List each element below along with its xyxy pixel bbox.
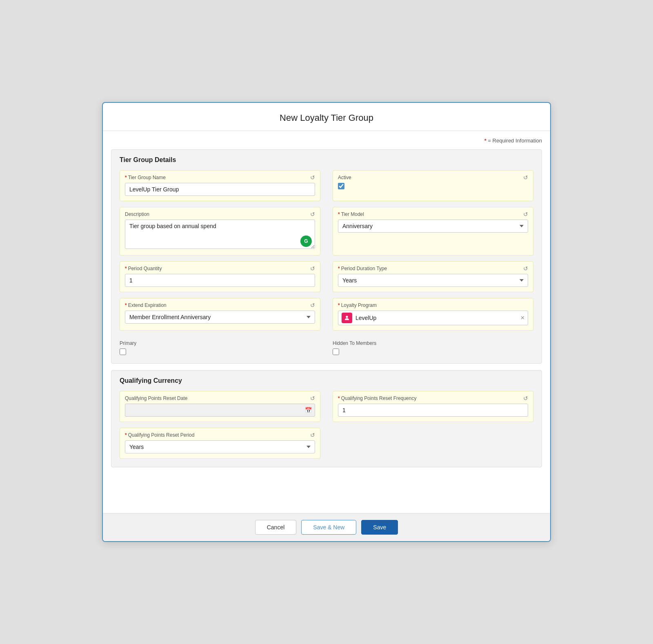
tier-model-label: * Tier Model ↺ [338,211,528,217]
primary-label: Primary [120,340,320,346]
required-label: = Required Information [488,138,542,144]
qualifying-points-reset-frequency-field: * Qualifying Points Reset Frequency ↺ [333,391,533,422]
tier-group-name-label: * Tier Group Name ↺ [125,175,315,180]
active-label: Active ↺ [338,175,528,180]
description-reset-icon[interactable]: ↺ [310,211,315,217]
modal-title: New Loyalty Tier Group [111,113,542,123]
tier-group-name-input[interactable] [125,183,315,196]
tier-model-reset-icon[interactable]: ↺ [523,211,528,217]
empty-space [333,428,533,459]
description-textarea-wrapper: Tier group based on annual spend G [125,220,315,250]
modal-container: New Loyalty Tier Group * = Required Info… [102,102,551,542]
description-label: Description ↺ [125,211,315,217]
qualifying-points-reset-period-reset-icon[interactable]: ↺ [310,432,315,438]
date-input-wrapper: 📅 [125,404,315,417]
period-quantity-label: * Period Quantity ↺ [125,266,315,271]
person-icon [344,315,350,321]
loyalty-program-clear-icon[interactable]: × [521,315,524,321]
modal-header: New Loyalty Tier Group [103,103,550,131]
loyalty-program-name: LevelUp [355,315,518,321]
qualifying-points-reset-date-label: Qualifying Points Reset Date ↺ [125,395,315,401]
description-field: Description ↺ Tier group based on annual… [120,207,320,255]
tier-model-select[interactable]: Anniversary Calendar Year Rolling [338,220,528,233]
loyalty-program-icon [342,313,352,323]
required-asterisk: * [484,138,486,144]
tier-group-details-grid: * Tier Group Name ↺ Active ↺ [120,170,533,355]
cancel-button[interactable]: Cancel [255,520,297,535]
qualifying-points-reset-period-label: * Qualifying Points Reset Period ↺ [125,432,315,438]
extend-expiration-field: * Extend Expiration ↺ Member Enrollment … [120,298,320,331]
loyalty-program-display[interactable]: LevelUp × [338,311,528,325]
extra-space [111,474,542,506]
svg-point-0 [346,316,348,318]
tier-model-field: * Tier Model ↺ Anniversary Calendar Year… [333,207,533,255]
loyalty-program-field: * Loyalty Program LevelUp × [333,298,533,331]
qualifying-currency-title: Qualifying Currency [120,377,533,384]
tier-group-details-title: Tier Group Details [120,156,533,164]
qualifying-currency-grid: Qualifying Points Reset Date ↺ 📅 * Quali… [120,391,533,459]
modal-footer: Cancel Save & New Save [103,513,550,541]
period-quantity-input[interactable] [125,274,315,287]
qualifying-points-reset-frequency-label: * Qualifying Points Reset Frequency ↺ [338,395,528,401]
description-textarea[interactable]: Tier group based on annual spend [125,220,315,249]
period-duration-type-select[interactable]: Years Months Days [338,274,528,287]
qualifying-points-reset-date-input[interactable] [125,404,315,417]
extend-expiration-label: * Extend Expiration ↺ [125,302,315,308]
active-checkbox[interactable] [338,183,344,189]
period-duration-type-reset-icon[interactable]: ↺ [523,266,528,271]
period-quantity-reset-icon[interactable]: ↺ [310,266,315,271]
qualifying-points-reset-date-reset-icon[interactable]: ↺ [310,395,315,401]
calendar-icon: 📅 [305,407,312,413]
hidden-to-members-checkbox-wrapper [333,349,533,355]
grammarly-icon: G [300,235,312,247]
loyalty-program-label: * Loyalty Program [338,302,528,308]
required-info-text: * = Required Information [111,138,542,144]
period-quantity-field: * Period Quantity ↺ [120,261,320,292]
active-field: Active ↺ [333,170,533,201]
active-reset-icon[interactable]: ↺ [523,175,528,180]
tier-group-name-field: * Tier Group Name ↺ [120,170,320,201]
extend-expiration-select[interactable]: Member Enrollment Anniversary Calendar Y… [125,311,315,324]
qualifying-points-reset-date-field: Qualifying Points Reset Date ↺ 📅 [120,391,320,422]
primary-checkbox[interactable] [120,349,126,355]
active-checkbox-wrapper [338,183,528,189]
hidden-to-members-checkbox[interactable] [333,349,339,355]
save-button[interactable]: Save [361,520,398,535]
tier-group-name-reset-icon[interactable]: ↺ [310,175,315,180]
period-duration-type-field: * Period Duration Type ↺ Years Months Da… [333,261,533,292]
modal-body: * = Required Information Tier Group Deta… [103,131,550,513]
hidden-to-members-field: Hidden To Members [333,336,533,355]
primary-field: Primary [120,336,320,355]
extend-expiration-reset-icon[interactable]: ↺ [310,302,315,308]
primary-checkbox-wrapper [120,349,320,355]
save-new-button[interactable]: Save & New [301,520,356,535]
qualifying-points-reset-frequency-input[interactable] [338,404,528,417]
hidden-to-members-label: Hidden To Members [333,340,533,346]
qualifying-points-reset-period-select[interactable]: Years Months Days [125,440,315,453]
period-duration-type-label: * Period Duration Type ↺ [338,266,528,271]
qualifying-points-reset-period-field: * Qualifying Points Reset Period ↺ Years… [120,428,320,459]
tier-group-details-section: Tier Group Details * Tier Group Name ↺ A… [111,149,542,364]
qualifying-currency-section: Qualifying Currency Qualifying Points Re… [111,370,542,467]
qualifying-points-reset-frequency-reset-icon[interactable]: ↺ [523,395,528,401]
